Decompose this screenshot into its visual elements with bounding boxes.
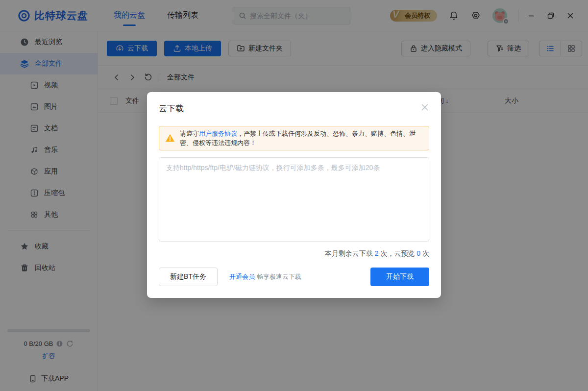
warning-text: 请遵守用户服务协议，严禁上传或下载任何涉及反动、恐怖、暴力、赌博、色情、泄密、侵… bbox=[180, 129, 423, 147]
quota-previews-count: 0 bbox=[416, 249, 420, 257]
modal-footer: 新建BT任务 开通会员畅享极速云下载 开始下载 bbox=[159, 268, 429, 286]
download-url-input[interactable] bbox=[159, 157, 429, 242]
quota-info: 本月剩余云下载 2 次，云预览 0 次 bbox=[159, 249, 429, 259]
open-vip-link[interactable]: 开通会员 bbox=[229, 273, 255, 280]
app-window: 比特球云盘 我的云盘 传输列表 V 会员特权 bbox=[0, 0, 588, 391]
modal-close-button[interactable] bbox=[418, 101, 431, 114]
vip-hint-text: 畅享极速云下载 bbox=[257, 273, 301, 280]
quota-mid: 次，云预览 bbox=[379, 249, 417, 257]
start-download-button[interactable]: 开始下载 bbox=[370, 268, 429, 286]
vip-promo: 开通会员畅享极速云下载 bbox=[229, 272, 301, 281]
service-agreement-link[interactable]: 用户服务协议 bbox=[199, 130, 237, 137]
quota-suffix: 次 bbox=[420, 249, 429, 257]
quota-prefix: 本月剩余云下载 bbox=[325, 249, 375, 257]
quota-downloads-count: 2 bbox=[375, 249, 379, 257]
new-bt-task-button[interactable]: 新建BT任务 bbox=[159, 268, 218, 286]
close-icon bbox=[421, 103, 429, 111]
warning-triangle-icon bbox=[165, 133, 175, 143]
cloud-download-modal: 云下载 请遵守用户服务协议，严禁上传或下载任何涉及反动、恐怖、暴力、赌博、色情、… bbox=[147, 92, 441, 298]
warning-banner: 请遵守用户服务协议，严禁上传或下载任何涉及反动、恐怖、暴力、赌博、色情、泄密、侵… bbox=[159, 126, 429, 150]
warning-prefix: 请遵守 bbox=[180, 130, 199, 137]
modal-title: 云下载 bbox=[159, 103, 429, 114]
